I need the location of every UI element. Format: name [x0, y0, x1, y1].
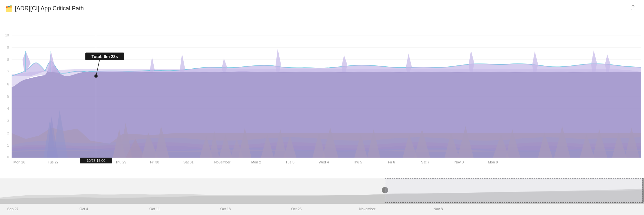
svg-text:Thu 29: Thu 29: [115, 160, 126, 164]
svg-text:Total: 6m 23s: Total: 6m 23s: [91, 54, 118, 59]
svg-text:Mon 2: Mon 2: [251, 160, 261, 164]
svg-text:6: 6: [7, 82, 9, 86]
svg-text:Nov 8: Nov 8: [455, 160, 464, 164]
svg-text:10/27 15:00: 10/27 15:00: [87, 159, 105, 162]
svg-text:Oct 18: Oct 18: [220, 207, 231, 211]
svg-text:4: 4: [7, 107, 9, 111]
svg-text:Thu 5: Thu 5: [353, 160, 362, 164]
svg-text:Wed 4: Wed 4: [319, 160, 329, 164]
overview-svg: [0, 178, 644, 204]
svg-text:November: November: [359, 207, 376, 211]
svg-text:Mon 26: Mon 26: [14, 160, 25, 164]
svg-marker-59: [180, 54, 185, 72]
svg-text:9: 9: [7, 45, 9, 49]
svg-text:1: 1: [7, 143, 9, 147]
chart-svg: 10 9 8 7 6 5 4 3 2 1 0: [0, 16, 644, 165]
main-chart[interactable]: 10 9 8 7 6 5 4 3 2 1 0: [0, 16, 644, 165]
svg-marker-58: [150, 57, 155, 72]
title-area: 🗂️ [ADR][CI] App Critical Path: [5, 5, 84, 12]
svg-text:Tue 27: Tue 27: [48, 160, 59, 164]
svg-text:10: 10: [5, 33, 9, 37]
svg-text:Tue 3: Tue 3: [285, 160, 294, 164]
svg-text:Sat 31: Sat 31: [183, 160, 194, 164]
svg-text:7: 7: [7, 70, 9, 74]
svg-text:Nov 8: Nov 8: [434, 207, 443, 211]
svg-text:Fri 30: Fri 30: [150, 160, 159, 164]
svg-text:0: 0: [7, 155, 9, 159]
svg-text:3: 3: [7, 119, 9, 123]
svg-text:8: 8: [7, 58, 9, 62]
overview-x-axis: Sep 27 Oct 4 Oct 11 Oct 18 Oct 25 Novemb…: [0, 204, 644, 215]
page-container: 🗂️ [ADR][CI] App Critical Path 10 9 8 7 …: [0, 0, 644, 215]
export-button[interactable]: [627, 3, 639, 14]
svg-text:Fri 6: Fri 6: [388, 160, 395, 164]
page-title: [ADR][CI] App Critical Path: [15, 5, 84, 12]
cursor-label: 10/27 15:00: [80, 158, 112, 163]
area-layers: [12, 49, 641, 158]
svg-text:November: November: [214, 160, 231, 164]
svg-text:Oct 4: Oct 4: [80, 207, 88, 211]
svg-text:Oct 11: Oct 11: [149, 207, 160, 211]
svg-text:Sat 7: Sat 7: [421, 160, 429, 164]
svg-text:Mon 9: Mon 9: [488, 160, 498, 164]
svg-text:5: 5: [7, 94, 9, 98]
title-icon: 🗂️: [5, 5, 12, 12]
overview-area[interactable]: Sep 27 Oct 4 Oct 11 Oct 18 Oct 25 Novemb…: [0, 178, 644, 215]
svg-text:Sep 27: Sep 27: [7, 207, 19, 211]
svg-rect-95: [0, 204, 644, 215]
header: 🗂️ [ADR][CI] App Critical Path: [0, 0, 644, 16]
svg-text:Oct 25: Oct 25: [291, 207, 302, 211]
svg-rect-94: [385, 178, 643, 202]
svg-text:2: 2: [7, 131, 9, 135]
